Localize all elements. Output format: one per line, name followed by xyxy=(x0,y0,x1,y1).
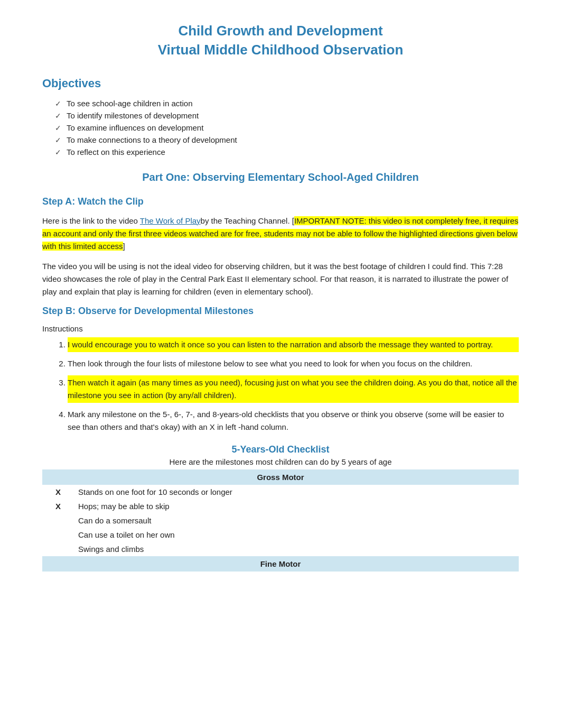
step-a-section: Step A: Watch the Clip Here is the link … xyxy=(42,196,519,298)
objectives-section: Objectives ✓ To see school-age children … xyxy=(42,77,519,156)
list-item: Then look through the four lists of mile… xyxy=(68,357,519,370)
step-a-para2: The video you will be using is not the i… xyxy=(42,260,519,298)
checklist-5-subtitle: Here are the milestones most children ca… xyxy=(42,457,519,466)
check-icon: ✓ xyxy=(55,124,61,132)
list-item: ✓ To see school-age children in action xyxy=(55,99,519,108)
step-b-title: Step B: Observe for Developmental Milest… xyxy=(42,306,519,317)
checklist-5-section: 5-Years-Old Checklist Here are the miles… xyxy=(42,444,519,572)
list-item: ✓ To reflect on this experience xyxy=(55,148,519,156)
instructions-label: Instructions xyxy=(42,324,519,333)
list-item: ✓ To examine influences on development xyxy=(55,123,519,132)
step-a-title: Step A: Watch the Clip xyxy=(42,196,519,207)
step-b-section: Step B: Observe for Developmental Milest… xyxy=(42,306,519,434)
list-item: Mark any milestone on the 5-, 6-, 7-, an… xyxy=(68,408,519,434)
table-row: Can use a toilet on her own xyxy=(42,528,519,542)
check-icon: ✓ xyxy=(55,112,61,120)
instructions-list: I would encourage you to watch it once s… xyxy=(42,337,519,434)
part-one-section: Part One: Observing Elementary School-Ag… xyxy=(42,171,519,183)
part-one-title: Part One: Observing Elementary School-Ag… xyxy=(42,171,519,183)
step-a-para1: Here is the link to the video The Work o… xyxy=(42,215,519,253)
page-title: Child Growth and Development Virtual Mid… xyxy=(42,21,519,60)
fine-motor-row: Fine Motor xyxy=(42,556,519,572)
check-icon: ✓ xyxy=(55,148,61,156)
table-row: Swings and climbs xyxy=(42,542,519,556)
table-row: X Hops; may be able to skip xyxy=(42,499,519,513)
objectives-list: ✓ To see school-age children in action ✓… xyxy=(42,99,519,156)
gross-motor-header: Gross Motor xyxy=(42,469,519,485)
checklist-5-title: 5-Years-Old Checklist xyxy=(42,444,519,455)
list-item: ✓ To identify milestones of development xyxy=(55,111,519,120)
page-header: Child Growth and Development Virtual Mid… xyxy=(42,21,519,60)
objectives-title: Objectives xyxy=(42,77,519,90)
list-item: I would encourage you to watch it once s… xyxy=(68,337,519,352)
list-item: Then watch it again (as many times as yo… xyxy=(68,375,519,403)
table-row: Can do a somersault xyxy=(42,513,519,528)
video-link[interactable]: The Work of Play xyxy=(140,216,201,225)
check-icon: ✓ xyxy=(55,136,61,144)
list-item: ✓ To make connections to a theory of dev… xyxy=(55,135,519,144)
check-icon: ✓ xyxy=(55,99,61,108)
checklist-5-table: Gross Motor X Stands on one foot for 10 … xyxy=(42,469,519,572)
table-row: X Stands on one foot for 10 seconds or l… xyxy=(42,485,519,499)
